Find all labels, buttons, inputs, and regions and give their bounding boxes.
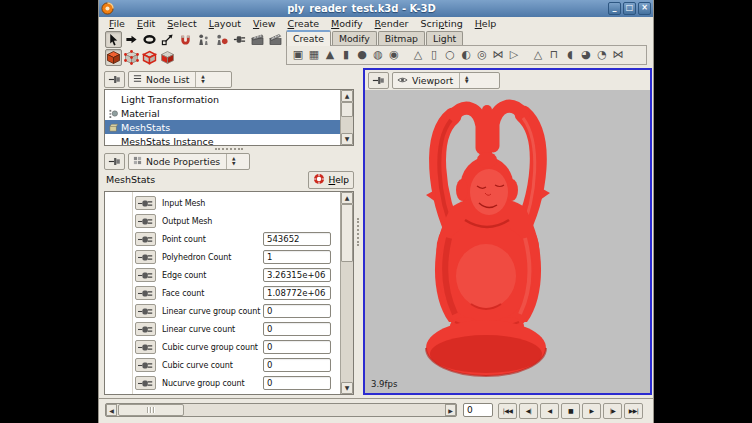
property-value-field[interactable]: 1.08772e+06	[263, 286, 331, 300]
node-properties-pin-button[interactable]	[104, 153, 125, 170]
play-button[interactable]: ▶	[582, 403, 601, 419]
viewport-selector[interactable]: Viewport ▲▼	[392, 72, 500, 89]
menu-file[interactable]: File	[103, 17, 131, 30]
property-plug-button[interactable]	[135, 376, 156, 390]
node-properties-scrollbar[interactable]: ▲ ▼	[340, 192, 353, 394]
poly-sphere-button[interactable]: ●	[354, 47, 370, 63]
property-value-field[interactable]: 1	[263, 250, 331, 264]
nurbs-circle-button[interactable]: ◖	[562, 47, 578, 63]
go-to-end-button[interactable]: ▶▶|	[624, 403, 643, 419]
poly-icosahedron-button[interactable]: ◍	[370, 47, 386, 63]
node-list-scrollbar[interactable]: ▲ ▼	[340, 90, 353, 145]
property-value-field[interactable]: 0	[263, 376, 331, 390]
step-forward-button[interactable]: |▶	[603, 403, 622, 419]
maximize-button[interactable]: □	[623, 2, 636, 15]
node-properties-selector[interactable]: Node Properties ▲▼	[128, 153, 250, 170]
quad-cylinder-button[interactable]: ▯	[426, 47, 442, 63]
nurbs-torus-button[interactable]: ◔	[594, 47, 610, 63]
select-nodes-mode[interactable]	[105, 49, 122, 66]
property-value-field[interactable]: 0	[263, 322, 331, 336]
minimize-button[interactable]: _	[608, 2, 621, 15]
quad-paraboloid-button[interactable]: ▷	[506, 47, 522, 63]
select-tool[interactable]	[105, 31, 122, 48]
tab-bitmap[interactable]: Bitmap	[378, 31, 425, 46]
property-plug-button[interactable]	[135, 394, 156, 395]
menu-create[interactable]: Create	[282, 17, 326, 30]
close-button[interactable]: ×	[638, 2, 651, 15]
node-list-item[interactable]: Light Transformation	[105, 92, 340, 106]
nurbs-hyperboloid-button[interactable]: ⋈	[610, 47, 626, 63]
quad-hemisphere-button[interactable]: ◐	[458, 47, 474, 63]
poly-cube-button[interactable]: ▣	[290, 47, 306, 63]
viewport-pin-button[interactable]	[368, 72, 389, 89]
property-value-field[interactable]: 543652	[263, 232, 331, 246]
poly-cone-button[interactable]: ▲	[322, 47, 338, 63]
nurbs-sphere-button[interactable]: ◕	[578, 47, 594, 63]
poly-cylinder-button[interactable]: ▮	[338, 47, 354, 63]
property-plug-button[interactable]	[135, 340, 156, 354]
menu-layout[interactable]: Layout	[203, 17, 247, 30]
slider-left-arrow-icon[interactable]: ◀	[106, 404, 117, 416]
property-plug-button[interactable]	[135, 286, 156, 300]
menu-help[interactable]: Help	[469, 17, 503, 30]
quad-hyperboloid-button[interactable]: ⋈	[490, 47, 506, 63]
select-points-mode[interactable]	[123, 49, 140, 66]
scroll-up-icon[interactable]: ▲	[341, 192, 353, 204]
node-list-pin-button[interactable]	[104, 71, 125, 88]
time-slider-thumb[interactable]	[118, 404, 184, 416]
property-plug-button[interactable]	[135, 196, 156, 210]
poly-torus-button[interactable]: ◉	[386, 47, 402, 63]
tab-create[interactable]: Create	[286, 30, 331, 46]
property-plug-button[interactable]	[135, 232, 156, 246]
nurbs-cone-button[interactable]: △	[530, 47, 546, 63]
node-list-item[interactable]: Material	[105, 106, 340, 120]
select-lines-mode[interactable]	[141, 49, 158, 66]
tab-modify[interactable]: Modify	[332, 31, 377, 46]
node-list-item[interactable]: MeshStats Instance	[105, 134, 340, 146]
help-button[interactable]: Help	[308, 171, 354, 189]
render-preview-button[interactable]	[249, 31, 266, 48]
property-plug-button[interactable]	[135, 268, 156, 282]
go-to-start-button[interactable]: |◀◀	[498, 403, 517, 419]
property-plug-button[interactable]	[135, 250, 156, 264]
scale-tool[interactable]	[159, 31, 176, 48]
render-frame-button[interactable]	[267, 31, 284, 48]
property-plug-button[interactable]	[135, 322, 156, 336]
quad-sphere-button[interactable]: ○	[442, 47, 458, 63]
titlebar[interactable]: ply_reader_test.k3d - K-3D _□×	[99, 0, 653, 17]
disconnect-tool[interactable]	[231, 31, 248, 48]
property-value-field[interactable]: 3.26315e+06	[263, 268, 331, 282]
menu-modify[interactable]: Modify	[325, 17, 369, 30]
move-tool[interactable]	[123, 31, 140, 48]
scrollbar-thumb[interactable]	[341, 204, 353, 262]
play-backward-button[interactable]: ◀|	[519, 403, 538, 419]
property-value-field[interactable]: 0	[263, 304, 331, 318]
menu-select[interactable]: Select	[161, 17, 202, 30]
menu-edit[interactable]: Edit	[131, 17, 161, 30]
menu-view[interactable]: View	[247, 17, 282, 30]
unparent-tool[interactable]	[213, 31, 230, 48]
select-faces-mode[interactable]	[159, 49, 176, 66]
nurbs-cylinder-button[interactable]: ⊓	[546, 47, 562, 63]
panel-splitter-horizontal[interactable]	[104, 148, 354, 152]
property-value-field[interactable]	[263, 394, 331, 396]
scroll-down-icon[interactable]: ▼	[341, 382, 353, 394]
stop-button[interactable]: ■	[561, 403, 580, 419]
scroll-down-icon[interactable]: ▼	[341, 133, 353, 145]
scrollbar-thumb[interactable]	[341, 102, 353, 117]
snap-tool[interactable]	[177, 31, 194, 48]
quad-torus-button[interactable]: ◎	[474, 47, 490, 63]
frame-number-field[interactable]: 0	[463, 403, 493, 417]
property-plug-button[interactable]	[135, 304, 156, 318]
step-backward-button[interactable]: ◀	[540, 403, 559, 419]
rotate-tool[interactable]	[141, 31, 158, 48]
property-value-field[interactable]: 0	[263, 340, 331, 354]
viewport-3d-canvas[interactable]: 3.9fps	[365, 90, 650, 393]
time-slider[interactable]: ◀ ▶	[105, 403, 457, 417]
property-plug-button[interactable]	[135, 358, 156, 372]
parent-tool[interactable]	[195, 31, 212, 48]
tab-light[interactable]: Light	[426, 31, 463, 46]
panel-splitter-vertical[interactable]	[356, 68, 363, 396]
property-plug-button[interactable]	[135, 214, 156, 228]
node-list-selector[interactable]: Node List ▲▼	[128, 71, 232, 88]
